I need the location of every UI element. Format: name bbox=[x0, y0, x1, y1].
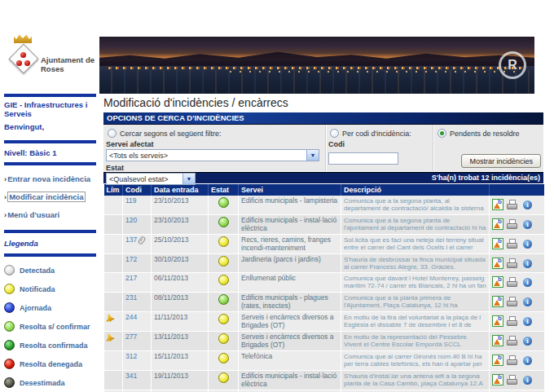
incident-code-link[interactable]: 312 bbox=[125, 352, 137, 360]
codi-cell: 244 bbox=[123, 312, 152, 332]
filter-radio[interactable] bbox=[108, 129, 117, 138]
print-icon[interactable] bbox=[507, 219, 517, 229]
info-icon[interactable] bbox=[523, 220, 532, 229]
codi-cell: 172 bbox=[123, 254, 152, 273]
date-cell: 19/11/2013 bbox=[152, 371, 209, 390]
edit-incident-icon[interactable] bbox=[492, 276, 503, 288]
legend-item: Resolta confirmada bbox=[4, 340, 96, 350]
print-icon[interactable] bbox=[507, 375, 517, 385]
codi-cell: 137 bbox=[123, 235, 152, 254]
date-cell: 08/11/2013 bbox=[152, 293, 209, 312]
servei-cell: Serveis i encàrrecs diversos a Brigades … bbox=[239, 332, 341, 351]
mostrar-incidencies-button[interactable]: Mostrar incidències bbox=[461, 154, 541, 168]
sidebar-item-modificar-incid-ncia[interactable]: ›Modificar incidència bbox=[4, 192, 96, 201]
estat-select[interactable]: <Qualsevol estat> ▼ bbox=[106, 173, 196, 185]
incident-code-link[interactable]: 244 bbox=[125, 313, 137, 321]
sidebar-item-entrar-nova-incid-ncia[interactable]: ›Entrar nova incidència bbox=[4, 174, 96, 183]
servei-text: Recs, rieres, camins, franges incendi-ma… bbox=[241, 236, 338, 252]
info-icon[interactable] bbox=[523, 337, 532, 346]
codi-cell: 217 bbox=[123, 273, 152, 293]
pendents-radio[interactable] bbox=[437, 129, 446, 138]
estat-label: Estat bbox=[106, 164, 323, 172]
table-row: 24411/11/2013Serveis i encàrrecs diverso… bbox=[104, 312, 544, 332]
servei-text: Telefónica bbox=[241, 353, 338, 361]
table-row: 21706/11/2013Enllumenat públicComunica q… bbox=[104, 273, 544, 293]
info-icon[interactable] bbox=[523, 376, 532, 385]
actions-cell bbox=[490, 312, 544, 332]
servei-cell: Recs, rieres, camins, franges incendi-ma… bbox=[239, 235, 341, 254]
descripcio-cell: S'hauria d'instal.lar una antena wifi a … bbox=[341, 371, 490, 390]
incident-code-link[interactable]: 172 bbox=[125, 255, 137, 263]
print-icon[interactable] bbox=[507, 355, 517, 365]
edit-incident-icon[interactable] bbox=[492, 218, 503, 230]
lim-cell bbox=[104, 332, 123, 351]
table-row: 27713/11/2013Serveis i encàrrecs diverso… bbox=[104, 332, 544, 351]
edit-incident-icon[interactable] bbox=[492, 258, 503, 269]
incident-code-link[interactable]: 341 bbox=[125, 372, 137, 380]
incident-code-link[interactable]: 120 bbox=[125, 216, 137, 224]
status-ball-icon bbox=[4, 359, 15, 369]
actions-cell bbox=[490, 254, 544, 273]
print-icon[interactable] bbox=[507, 336, 517, 346]
info-icon[interactable] bbox=[523, 278, 532, 287]
edit-incident-icon[interactable] bbox=[492, 315, 503, 327]
divider bbox=[4, 94, 96, 97]
codi-input[interactable] bbox=[328, 152, 398, 165]
lim-cell bbox=[104, 293, 123, 312]
filter-radio-label: Cercar segons el següent filtre: bbox=[120, 130, 222, 138]
edit-incident-icon[interactable] bbox=[492, 335, 503, 346]
print-icon[interactable] bbox=[507, 200, 517, 209]
incident-code-link[interactable]: 231 bbox=[125, 293, 137, 302]
servei-cell: Enllumenat públic bbox=[239, 273, 341, 293]
sidebar-item-men-d-usuari[interactable]: ›Menú d'usuari bbox=[4, 210, 96, 219]
print-icon[interactable] bbox=[507, 277, 517, 287]
info-icon[interactable] bbox=[523, 259, 532, 268]
estat-cell bbox=[209, 273, 239, 293]
print-icon[interactable] bbox=[507, 297, 517, 306]
servei-cell: Telefónica bbox=[239, 351, 341, 371]
actions-cell bbox=[490, 371, 544, 390]
lim-cell bbox=[104, 196, 123, 215]
legend-item: Notificada bbox=[4, 284, 96, 294]
descripcio-cell: S'hauria de desbrossar la finca municipa… bbox=[341, 254, 490, 273]
incident-code-link[interactable]: 217 bbox=[125, 274, 137, 282]
legend-label: Resolta denegada bbox=[20, 360, 82, 368]
chevron-down-icon[interactable]: ▼ bbox=[306, 150, 319, 161]
chevron-down-icon[interactable]: ▼ bbox=[182, 174, 195, 184]
servei-text: Edificis municipals - plagues (rates, in… bbox=[241, 294, 338, 310]
info-icon[interactable] bbox=[523, 317, 532, 326]
col-header-lim: Lím bbox=[104, 184, 123, 196]
col-header-data: Data entrada bbox=[152, 184, 209, 196]
edit-incident-icon[interactable] bbox=[492, 355, 503, 366]
edit-incident-icon[interactable] bbox=[492, 374, 503, 385]
estat-cell bbox=[209, 215, 239, 235]
codi-radio[interactable] bbox=[330, 129, 339, 138]
print-icon[interactable] bbox=[507, 239, 517, 249]
incident-code-link[interactable]: 119 bbox=[125, 196, 137, 205]
col-header-actions bbox=[490, 184, 544, 196]
search-panel: Cercar segons el següent filtre: Servei … bbox=[103, 125, 543, 171]
incident-code-link[interactable]: 277 bbox=[125, 333, 137, 341]
descripcio-text: S'hauria d'instal.lar una antena wifi a … bbox=[344, 372, 486, 388]
actions-cell bbox=[490, 293, 544, 312]
codi-cell: 341 bbox=[123, 371, 152, 390]
info-icon[interactable] bbox=[523, 297, 532, 306]
incidents-table: Lím Codi Data entrada Estat Servei Descr… bbox=[103, 184, 544, 392]
estat-cell bbox=[209, 196, 239, 215]
print-icon[interactable] bbox=[507, 258, 517, 268]
edit-incident-icon[interactable] bbox=[492, 199, 503, 210]
incident-code-link[interactable]: 137 bbox=[125, 236, 137, 244]
col-header-codi: Codi bbox=[123, 184, 152, 196]
info-icon[interactable] bbox=[523, 240, 532, 249]
info-icon[interactable] bbox=[523, 356, 532, 365]
edit-incident-icon[interactable] bbox=[492, 296, 503, 307]
col-header-descripcio: Descripció bbox=[341, 184, 490, 196]
edit-incident-icon[interactable] bbox=[492, 238, 503, 249]
descripcio-text: Sol.licita que es faci una neteja del te… bbox=[344, 236, 486, 251]
sidebar: GIE - Infraestructures i Serveis Benving… bbox=[4, 94, 96, 392]
servei-select[interactable]: <Tots els serveis> ▼ bbox=[106, 149, 319, 161]
table-row: 13725/10/2013Recs, rieres, camins, frang… bbox=[104, 235, 544, 254]
info-icon[interactable] bbox=[523, 200, 532, 209]
print-icon[interactable] bbox=[507, 316, 517, 326]
descripcio-cell: Comunica que a la segona planta, al depa… bbox=[341, 196, 490, 215]
